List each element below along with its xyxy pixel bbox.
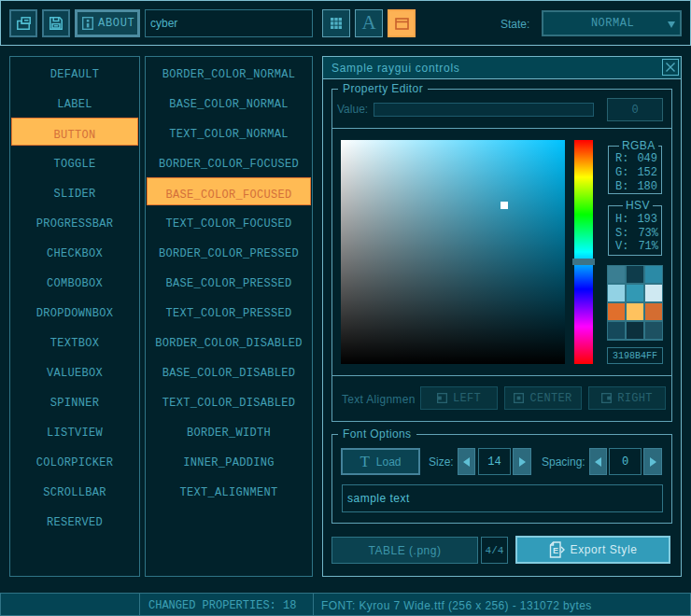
svg-text:E: E: [553, 546, 558, 555]
